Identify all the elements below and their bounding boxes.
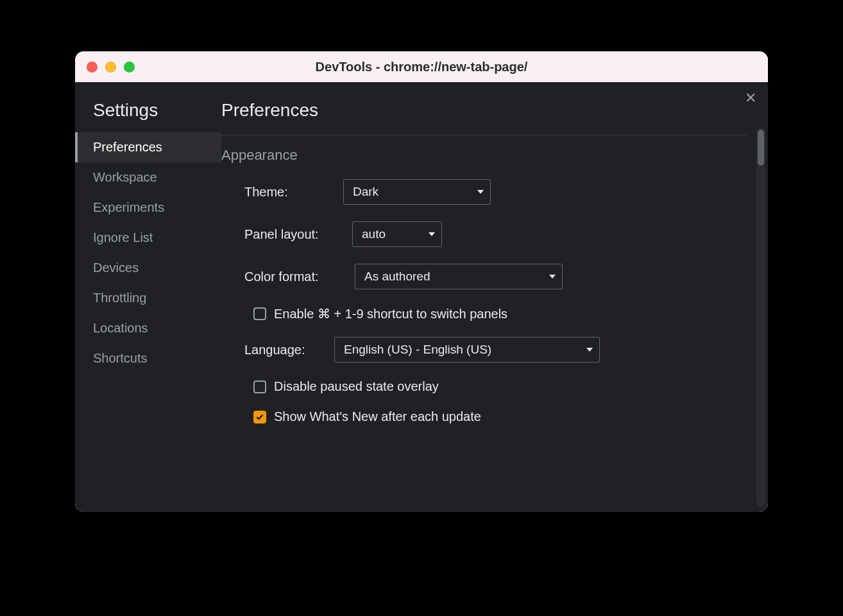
sidebar-item-preferences[interactable]: Preferences — [75, 132, 221, 162]
sidebar-item-label: Devices — [93, 261, 139, 275]
sidebar-item-label: Experiments — [93, 200, 164, 214]
panel-layout-value: auto — [362, 227, 386, 241]
show-whats-new-checkbox[interactable] — [253, 411, 266, 424]
shortcut-checkbox-row[interactable]: Enable ⌘ + 1-9 shortcut to switch panels — [253, 306, 765, 321]
sidebar-item-locations[interactable]: Locations — [75, 313, 221, 343]
settings-sidebar: Settings Preferences Workspace Experimen… — [75, 82, 221, 512]
sidebar-item-label: Locations — [93, 321, 148, 335]
panel-layout-select[interactable]: auto — [352, 221, 442, 247]
disable-overlay-row[interactable]: Disable paused state overlay — [253, 379, 765, 394]
sidebar-item-ignore-list[interactable]: Ignore List — [75, 223, 221, 253]
sidebar-item-label: Throttling — [93, 291, 146, 305]
sidebar-item-devices[interactable]: Devices — [75, 253, 221, 283]
sidebar-item-workspace[interactable]: Workspace — [75, 162, 221, 193]
shortcut-checkbox[interactable] — [253, 307, 266, 320]
theme-row: Theme: Dark — [244, 179, 765, 205]
disable-overlay-checkbox[interactable] — [253, 381, 266, 393]
color-format-value: As authored — [364, 270, 430, 284]
color-format-select[interactable]: As authored — [355, 264, 563, 289]
sidebar-item-throttling[interactable]: Throttling — [75, 283, 221, 313]
show-whats-new-label: Show What's New after each update — [274, 409, 481, 424]
titlebar: DevTools - chrome://new-tab-page/ — [75, 51, 768, 82]
divider — [221, 135, 746, 135]
disable-overlay-label: Disable paused state overlay — [274, 379, 439, 394]
language-label: Language: — [244, 343, 334, 357]
window-zoom-button[interactable] — [124, 62, 135, 73]
scrollbar[interactable] — [756, 128, 765, 507]
sidebar-item-label: Preferences — [93, 140, 162, 154]
chevron-down-icon — [477, 190, 484, 194]
panel-layout-label: Panel layout: — [244, 227, 352, 242]
devtools-window: DevTools - chrome://new-tab-page/ ✕ Sett… — [75, 51, 768, 512]
show-whats-new-row[interactable]: Show What's New after each update — [253, 409, 765, 424]
theme-value: Dark — [353, 185, 379, 199]
theme-label: Theme: — [244, 185, 343, 200]
color-format-row: Color format: As authored — [244, 264, 765, 289]
panel-layout-row: Panel layout: auto — [244, 221, 765, 247]
scrollbar-thumb[interactable] — [758, 130, 764, 166]
sidebar-heading: Settings — [75, 100, 221, 121]
traffic-lights — [87, 62, 135, 73]
chevron-down-icon — [549, 275, 556, 278]
sidebar-item-label: Workspace — [93, 170, 157, 184]
language-row: Language: English (US) - English (US) — [244, 337, 765, 363]
language-select[interactable]: English (US) - English (US) — [334, 337, 600, 363]
settings-content: Preferences Appearance Theme: Dark Panel… — [221, 82, 768, 512]
color-format-label: Color format: — [244, 270, 355, 284]
window-close-button[interactable] — [87, 62, 98, 73]
section-heading-appearance: Appearance — [221, 147, 765, 164]
check-icon — [255, 413, 264, 422]
sidebar-item-experiments[interactable]: Experiments — [75, 193, 221, 223]
sidebar-item-label: Shortcuts — [93, 351, 147, 365]
language-value: English (US) - English (US) — [344, 343, 491, 357]
theme-select[interactable]: Dark — [343, 179, 491, 205]
chevron-down-icon — [586, 348, 593, 352]
sidebar-item-label: Ignore List — [93, 230, 153, 244]
window-title: DevTools - chrome://new-tab-page/ — [75, 60, 768, 74]
chevron-down-icon — [429, 232, 435, 236]
shortcut-checkbox-label: Enable ⌘ + 1-9 shortcut to switch panels — [274, 306, 507, 321]
settings-panel: ✕ Settings Preferences Workspace Experim… — [75, 82, 768, 512]
page-title: Preferences — [221, 100, 765, 121]
window-minimize-button[interactable] — [105, 62, 116, 73]
sidebar-item-shortcuts[interactable]: Shortcuts — [75, 343, 221, 373]
